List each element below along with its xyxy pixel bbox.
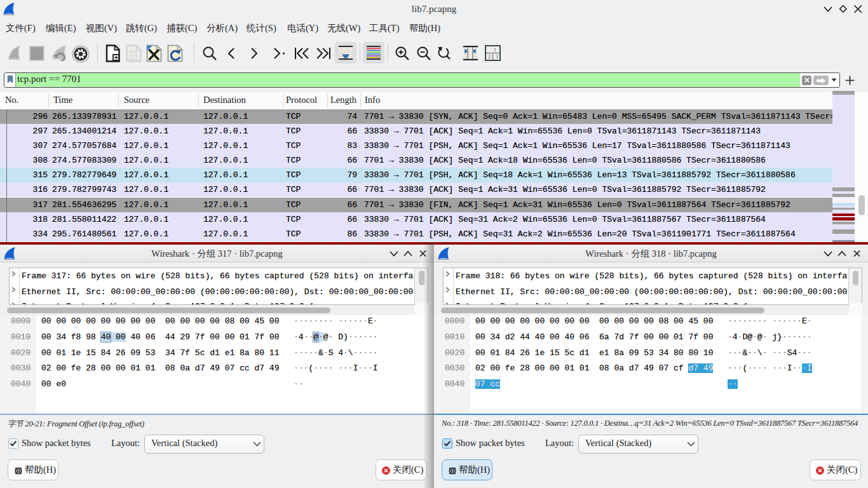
svg-text:0111: 0111 (129, 57, 138, 62)
svg-text:1: 1 (494, 47, 496, 53)
svg-text:2: 2 (488, 54, 491, 60)
svg-text:3: 3 (496, 54, 498, 60)
